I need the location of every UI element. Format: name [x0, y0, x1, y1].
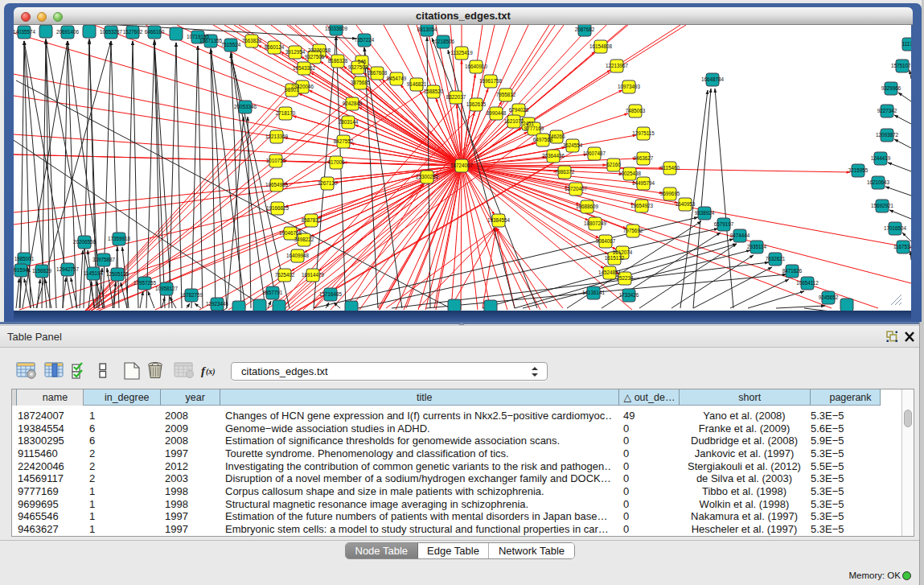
svg-text:12505135: 12505135: [106, 271, 129, 277]
svg-text:20206556: 20206556: [73, 239, 97, 245]
svg-text:12942757: 12942757: [56, 266, 80, 272]
svg-text:9146821: 9146821: [407, 81, 427, 87]
svg-text:98901: 98901: [285, 87, 299, 93]
svg-text:1244419: 1244419: [871, 155, 891, 161]
svg-text:2867608: 2867608: [368, 70, 388, 76]
svg-text:7663822: 7663822: [242, 38, 262, 43]
svg-text:7357224: 7357224: [355, 37, 375, 43]
svg-text:3498222: 3498222: [294, 237, 314, 242]
svg-text:23226058: 23226058: [308, 47, 331, 53]
svg-text:7515524: 7515524: [221, 42, 241, 47]
svg-text:6794028: 6794028: [509, 107, 529, 113]
svg-text:9474444: 9474444: [730, 233, 750, 238]
svg-text:12213967: 12213967: [606, 63, 629, 68]
svg-text:8427552: 8427552: [334, 138, 354, 144]
svg-text:16640910: 16640910: [465, 64, 488, 69]
svg-text:19384554: 19384554: [487, 217, 511, 223]
svg-text:(x): (x): [206, 367, 216, 377]
svg-text:16033809: 16033809: [325, 26, 348, 31]
svg-text:3915941: 3915941: [14, 267, 31, 273]
svg-text:10654112: 10654112: [796, 280, 819, 286]
svg-text:15716485: 15716485: [319, 291, 343, 297]
svg-text:19654923: 19654923: [630, 203, 654, 208]
svg-text:7632621: 7632621: [766, 256, 786, 262]
svg-text:8454749: 8454749: [387, 76, 407, 81]
svg-text:16648784: 16648784: [701, 76, 725, 82]
svg-text:8813054: 8813054: [417, 27, 437, 32]
svg-text:8587833: 8587833: [302, 217, 322, 223]
svg-text:11170: 11170: [902, 41, 911, 47]
svg-text:9327508: 9327508: [348, 64, 368, 70]
svg-text:9838924: 9838924: [695, 210, 715, 216]
svg-text:14495794: 14495794: [632, 180, 655, 186]
svg-text:1640953: 1640953: [676, 201, 696, 207]
svg-text:18724007: 18724007: [450, 163, 474, 168]
svg-text:14035574: 14035574: [14, 29, 35, 35]
svg-text:417006: 417006: [327, 159, 345, 165]
svg-text:9242848: 9242848: [343, 101, 363, 106]
svg-text:12923446: 12923446: [206, 301, 229, 307]
svg-text:1588520: 1588520: [424, 89, 444, 94]
svg-text:1733426: 1733426: [619, 292, 639, 298]
svg-text:9084067: 9084067: [596, 238, 616, 244]
svg-text:6466160: 6466160: [145, 29, 165, 35]
svg-text:19166825: 19166825: [266, 205, 290, 211]
svg-text:1010755: 1010755: [266, 158, 286, 163]
svg-text:17957255: 17957255: [133, 280, 157, 286]
svg-text:9245652: 9245652: [819, 295, 839, 300]
svg-text:17359918: 17359918: [108, 236, 131, 241]
svg-text:2718170: 2718170: [276, 110, 296, 116]
svg-text:9699695: 9699695: [660, 191, 680, 196]
svg-text:15692921: 15692921: [871, 203, 894, 208]
svg-text:8660124: 8660124: [265, 44, 285, 50]
svg-text:62160: 62160: [606, 162, 621, 167]
svg-text:7955812: 7955812: [496, 92, 516, 97]
svg-text:546: 546: [358, 59, 367, 64]
svg-text:1612074: 1612074: [613, 249, 633, 255]
svg-text:6579197: 6579197: [714, 221, 734, 227]
svg-text:10973493: 10973493: [618, 84, 641, 89]
svg-text:10958127: 10958127: [155, 286, 179, 291]
svg-text:10653287: 10653287: [100, 29, 123, 35]
svg-text:8322037: 8322037: [446, 94, 466, 100]
svg-text:7986372: 7986372: [555, 169, 575, 175]
svg-text:19654985: 19654985: [265, 182, 289, 187]
svg-text:16210643: 16210643: [867, 179, 890, 185]
svg-text:1621072: 1621072: [504, 118, 524, 124]
svg-text:15751074: 15751074: [891, 63, 911, 68]
svg-text:10543362: 10543362: [293, 65, 316, 71]
svg-text:8186328: 8186328: [328, 58, 348, 64]
svg-text:7625402: 7625402: [275, 272, 295, 278]
svg-text:1167534: 1167534: [893, 244, 911, 249]
svg-text:8990448: 8990448: [487, 110, 507, 116]
svg-text:14136141: 14136141: [582, 290, 606, 295]
svg-text:9115460: 9115460: [660, 165, 680, 171]
svg-text:10025438: 10025438: [618, 171, 642, 176]
svg-text:10218506: 10218506: [432, 39, 455, 44]
svg-text:9327505: 9327505: [305, 54, 325, 60]
svg-text:12093872: 12093872: [876, 132, 899, 138]
svg-text:1985001: 1985001: [14, 256, 35, 262]
svg-text:9463627: 9463627: [634, 155, 654, 161]
svg-text:20691406: 20691406: [56, 29, 80, 35]
svg-text:20053346: 20053346: [234, 104, 257, 109]
svg-text:2935114: 2935114: [747, 244, 767, 249]
svg-text:1615132: 1615132: [605, 255, 625, 261]
svg-text:33975887: 33975887: [92, 257, 116, 262]
svg-text:18807249: 18807249: [584, 220, 607, 226]
svg-text:1145194: 1145194: [84, 270, 104, 276]
svg-text:20364436: 20364436: [542, 153, 565, 159]
svg-text:14524851: 14524851: [598, 270, 622, 275]
svg-text:9777169: 9777169: [524, 126, 544, 131]
svg-text:2087682: 2087682: [575, 27, 595, 32]
svg-text:17016504: 17016504: [884, 225, 907, 231]
svg-text:3875685: 3875685: [351, 80, 371, 85]
svg-text:9329966: 9329966: [881, 85, 901, 91]
svg-text:1362615: 1362615: [466, 101, 487, 107]
svg-text:10046768: 10046768: [279, 230, 302, 236]
svg-text:7485063: 7485063: [626, 108, 646, 113]
svg-text:6497568: 6497568: [533, 137, 553, 142]
svg-text:16782759: 16782759: [180, 292, 203, 298]
svg-text:12975115: 12975115: [632, 130, 655, 136]
svg-text:3267130: 3267130: [318, 180, 338, 186]
